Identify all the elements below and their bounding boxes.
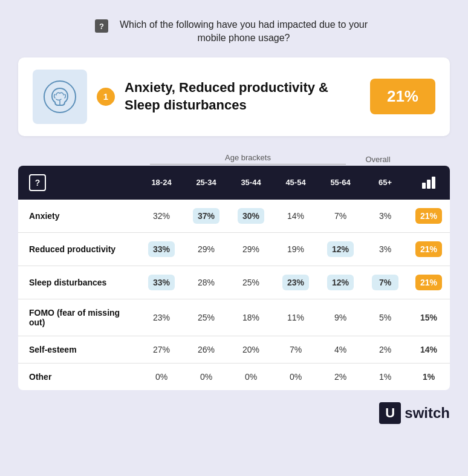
- cell-value: 7%: [318, 200, 363, 233]
- cell-overall: 15%: [408, 299, 450, 336]
- th-category: ?: [18, 166, 139, 200]
- cell-value: 7%: [363, 266, 408, 299]
- question-text: Which of the following have you had impa…: [114, 18, 373, 45]
- cell-value: 12%: [318, 232, 363, 266]
- table-row: FOMO (fear of missing out)23%25%18%11%9%…: [18, 299, 450, 336]
- uswitch-text: switch: [405, 405, 450, 422]
- cell-overall: 1%: [408, 363, 450, 390]
- age-brackets-label: Age brackets: [225, 153, 271, 162]
- question-icon: ?: [95, 19, 108, 33]
- overall-label: Overall: [365, 155, 390, 164]
- rank-badge: 1: [97, 88, 115, 106]
- cell-value: 33%: [139, 232, 184, 266]
- cell-value: 25%: [184, 299, 229, 336]
- th-18-24: 18-24: [139, 166, 184, 200]
- cell-value: 29%: [184, 232, 229, 266]
- highlight-title: Anxiety, Reduced productivity & Sleep di…: [125, 79, 360, 114]
- th-55-64: 55-64: [318, 166, 363, 200]
- cell-value: 2%: [363, 336, 408, 363]
- highlight-card: 1 Anxiety, Reduced productivity & Sleep …: [18, 57, 450, 136]
- cell-value: 26%: [184, 336, 229, 363]
- cell-value: 7%: [273, 336, 318, 363]
- cell-value: 18%: [229, 299, 273, 336]
- cell-overall: 21%: [408, 200, 450, 233]
- th-overall: [408, 166, 450, 200]
- table-row: Anxiety32%37%30%14%7%3%21%: [18, 200, 450, 233]
- cell-value: 14%: [273, 200, 318, 233]
- cell-value: 29%: [229, 232, 273, 266]
- question-block: ? Which of the following have you had im…: [95, 18, 373, 45]
- row-label: Reduced productivity: [18, 232, 139, 266]
- cell-value: 25%: [229, 266, 273, 299]
- cell-value: 4%: [318, 336, 363, 363]
- row-label: Self-esteem: [18, 336, 139, 363]
- cell-overall: 21%: [408, 232, 450, 266]
- table-row: Reduced productivity33%29%29%19%12%3%21%: [18, 232, 450, 266]
- u-logo-box: U: [379, 402, 401, 424]
- cell-value: 0%: [229, 363, 273, 390]
- row-label: FOMO (fear of missing out): [18, 299, 139, 336]
- cell-value: 0%: [273, 363, 318, 390]
- brain-icon-box: [33, 70, 87, 124]
- row-label: Sleep disturbances: [18, 266, 139, 299]
- cell-value: 0%: [139, 363, 184, 390]
- th-25-34: 25-34: [184, 166, 229, 200]
- cell-overall: 14%: [408, 336, 450, 363]
- cell-value: 27%: [139, 336, 184, 363]
- row-label: Other: [18, 363, 139, 390]
- uswitch-logo: U switch: [18, 402, 450, 424]
- table-row: Other0%0%0%0%2%1%1%: [18, 363, 450, 390]
- data-table: ? 18-24 25-34 35-44 45-54 55-64 65+: [18, 166, 450, 390]
- cell-value: 5%: [363, 299, 408, 336]
- cell-value: 30%: [229, 200, 273, 233]
- cell-value: 23%: [273, 266, 318, 299]
- cell-value: 9%: [318, 299, 363, 336]
- cell-value: 3%: [363, 232, 408, 266]
- th-65plus: 65+: [363, 166, 408, 200]
- table-row: Self-esteem27%26%20%7%4%2%14%: [18, 336, 450, 363]
- cell-value: 1%: [363, 363, 408, 390]
- table-section: Age brackets Overall ? 18-24 25-34 35-44…: [18, 153, 450, 390]
- cell-value: 11%: [273, 299, 318, 336]
- row-label: Anxiety: [18, 200, 139, 233]
- cell-value: 3%: [363, 200, 408, 233]
- cell-value: 0%: [184, 363, 229, 390]
- table-row: Sleep disturbances33%28%25%23%12%7%21%: [18, 266, 450, 299]
- cell-overall: 21%: [408, 266, 450, 299]
- cell-value: 33%: [139, 266, 184, 299]
- th-35-44: 35-44: [229, 166, 273, 200]
- cell-value: 37%: [184, 200, 229, 233]
- cell-value: 20%: [229, 336, 273, 363]
- cell-value: 2%: [318, 363, 363, 390]
- svg-point-0: [44, 81, 76, 112]
- cell-value: 23%: [139, 299, 184, 336]
- brain-icon: [43, 80, 77, 114]
- highlight-percentage: 21%: [370, 79, 435, 114]
- th-45-54: 45-54: [273, 166, 318, 200]
- cell-value: 28%: [184, 266, 229, 299]
- cell-value: 12%: [318, 266, 363, 299]
- cell-value: 19%: [273, 232, 318, 266]
- cell-value: 32%: [139, 200, 184, 233]
